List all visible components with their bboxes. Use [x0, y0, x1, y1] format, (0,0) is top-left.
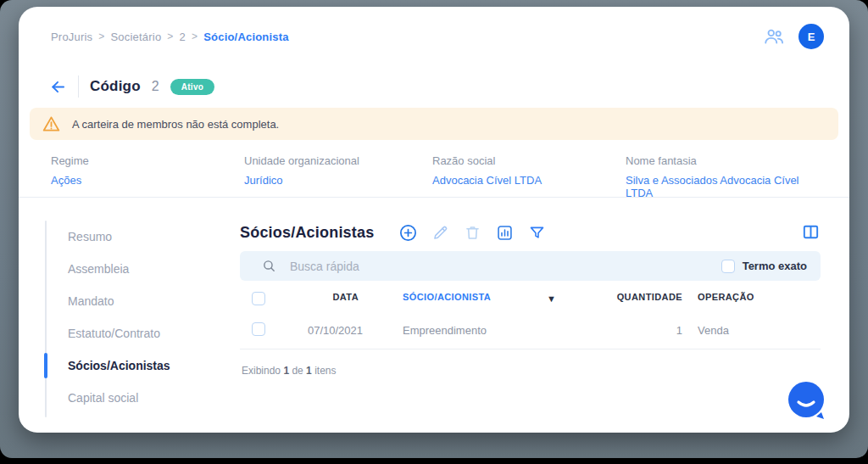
breadcrumb: ProJuris > Societário > 2 > Sócio/Acioni…	[51, 31, 289, 43]
main-content: Sócios/Acionistas	[240, 219, 821, 246]
sidebar: Resumo Assembleia Mandato Estatuto/Contr…	[68, 221, 220, 414]
pagination-count: 1	[283, 365, 289, 377]
section-header: Sócios/Acionistas	[240, 219, 821, 246]
section-divider	[19, 197, 849, 198]
info-label: Unidade organizacional	[244, 154, 432, 167]
pagination-status: Exibindo 1 de 1 itens	[242, 365, 337, 377]
warning-message: A carteira de membros não está completa.	[72, 118, 279, 131]
page-title: Código	[90, 78, 141, 95]
sidebar-item-estatuto-contrato[interactable]: Estatuto/Contrato	[68, 317, 220, 349]
info-label: Nome fantasia	[626, 154, 824, 167]
divider	[78, 75, 79, 98]
info-value-link[interactable]: Ações	[51, 174, 244, 187]
exact-term-label: Termo exato	[743, 260, 807, 272]
sidebar-item-resumo[interactable]: Resumo	[68, 221, 220, 253]
sidebar-item-mandato[interactable]: Mandato	[68, 285, 220, 317]
sidebar-item-socios-acionistas[interactable]: Sócios/Acionistas	[68, 349, 220, 382]
sort-caret-icon[interactable]: ▼	[547, 293, 556, 304]
columns-icon[interactable]	[801, 222, 821, 245]
info-value-link[interactable]: Jurídico	[244, 174, 432, 187]
sidebar-item-assembleia[interactable]: Assembleia	[68, 253, 220, 285]
delete-icon[interactable]	[462, 222, 482, 243]
warning-icon	[42, 115, 61, 134]
breadcrumb-current: Sócio/Acionista	[203, 31, 289, 43]
edit-icon[interactable]	[430, 222, 450, 243]
info-value-link[interactable]: Advocacia Cível LTDA	[432, 174, 626, 187]
cell-quantity: 1	[604, 324, 682, 337]
avatar[interactable]: E	[798, 24, 824, 49]
status-badge: Ativo	[170, 79, 215, 95]
users-icon[interactable]	[763, 25, 785, 48]
pagination-text: Exibindo	[242, 365, 281, 377]
warning-banner: A carteira de membros não está completa.	[30, 108, 838, 140]
search-bar: Termo exato	[240, 251, 821, 281]
breadcrumb-separator: >	[98, 31, 104, 42]
info-value-link[interactable]: Silva e Associados Advocacia Cível LTDA	[626, 174, 824, 199]
sidebar-item-capital-social[interactable]: Capital social	[68, 382, 220, 414]
info-field-regime: Regime Ações	[51, 154, 244, 199]
title-row: Código 2 Ativo	[49, 75, 214, 98]
chart-icon[interactable]	[494, 222, 515, 243]
column-header-socio-acionista[interactable]: SÓCIO/ACIONISTA	[403, 292, 491, 302]
column-header-operacao: OPERAÇÃO	[698, 292, 754, 302]
pagination-text: de	[292, 365, 303, 377]
app-card: ProJuris > Societário > 2 > Sócio/Acioni…	[19, 7, 849, 433]
info-label: Regime	[51, 154, 244, 167]
breadcrumb-item[interactable]: ProJuris	[51, 31, 92, 43]
cell-partner: Empreendimento	[403, 324, 487, 337]
column-header-quantidade: QUANTIDADE	[604, 292, 682, 302]
column-header-data: DATA	[274, 292, 359, 302]
cell-operation: Venda	[698, 324, 729, 337]
sidebar-active-indicator	[44, 353, 47, 378]
row-checkbox[interactable]	[252, 322, 265, 336]
page-code: 2	[152, 79, 159, 94]
breadcrumb-item[interactable]: Societário	[111, 31, 162, 43]
cell-date: 07/10/2021	[274, 324, 363, 337]
filter-icon[interactable]	[526, 222, 547, 243]
chat-bubble-icon[interactable]	[784, 378, 828, 422]
search-icon	[262, 259, 276, 273]
search-input[interactable]	[290, 260, 721, 273]
table-row[interactable]: 07/10/2021 Empreendimento 1 Venda	[240, 314, 821, 349]
breadcrumb-separator: >	[192, 31, 198, 42]
back-arrow-icon[interactable]	[49, 78, 67, 96]
sidebar-rail	[45, 221, 47, 417]
section-title: Sócios/Acionistas	[240, 224, 374, 242]
exact-term-checkbox[interactable]	[721, 260, 735, 273]
topbar: ProJuris > Societário > 2 > Sócio/Acioni…	[51, 24, 824, 49]
pagination-text: itens	[314, 365, 336, 377]
breadcrumb-separator: >	[167, 31, 173, 42]
info-label: Razão social	[432, 154, 626, 167]
table-header: DATA SÓCIO/ACIONISTA ▼ QUANTIDADE OPERAÇ…	[240, 292, 821, 309]
breadcrumb-item[interactable]: 2	[180, 31, 186, 43]
info-field-unidade: Unidade organizacional Jurídico	[244, 154, 432, 199]
top-actions: E	[763, 24, 824, 49]
select-all-checkbox[interactable]	[252, 292, 265, 305]
info-field-razao-social: Razão social Advocacia Cível LTDA	[432, 154, 626, 199]
info-field-nome-fantasia: Nome fantasia Silva e Associados Advocac…	[626, 154, 824, 199]
add-icon[interactable]	[398, 222, 418, 243]
info-row: Regime Ações Unidade organizacional Jurí…	[51, 154, 824, 199]
pagination-total: 1	[306, 365, 312, 377]
